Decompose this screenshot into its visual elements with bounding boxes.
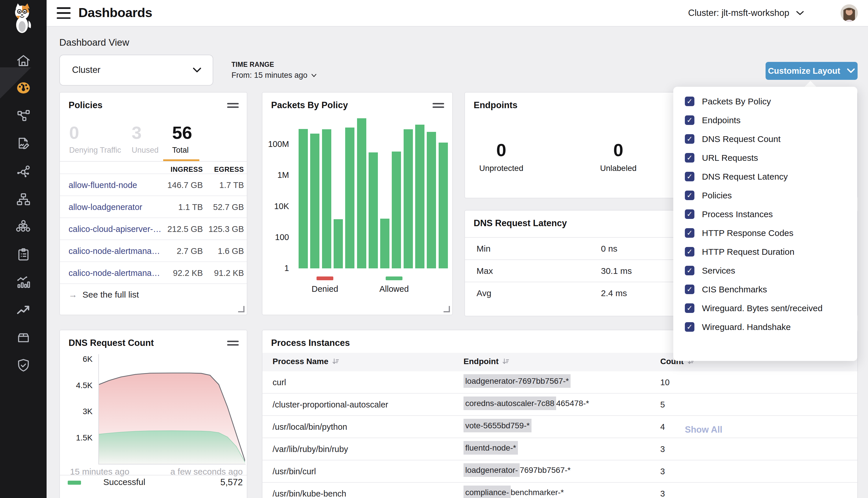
sort-icon (502, 358, 509, 365)
process-row: curl loadgenerator-7697bb7567-* 10 (262, 371, 857, 394)
allowed-bar[interactable] (357, 118, 366, 268)
policy-ingress: 92.2 KB (157, 268, 203, 278)
policy-link[interactable]: allow-loadgenerator (68, 202, 142, 212)
checkbox-checked-icon[interactable]: ✓ (685, 209, 695, 219)
stat-total[interactable]: 56 Total (172, 124, 192, 155)
stat-denying-traffic[interactable]: 0 Denying Traffic (69, 124, 121, 155)
process-name: /var/lib/ruby/bin/ruby (273, 445, 348, 454)
column-header-ingress: INGRESS (157, 166, 203, 173)
divider (60, 284, 247, 284)
y-tick-label: 4.5K (65, 381, 93, 390)
see-full-list-link[interactable]: → See the full list (68, 290, 139, 300)
menu-item-http-request-duration[interactable]: ✓HTTP Request Duration (673, 243, 857, 261)
checkbox-checked-icon[interactable]: ✓ (685, 228, 695, 238)
resize-handle[interactable] (443, 306, 450, 312)
denied-swatch (316, 276, 333, 280)
policy-row: calico-node-alertmana… 2.7 GB 1.6 GB (60, 239, 247, 261)
sidebar-item-home-icon[interactable] (15, 53, 31, 69)
menu-item-wireguard-bytes-sent-received[interactable]: ✓Wireguard. Bytes sent/received (673, 299, 857, 317)
dashboard-view-select[interactable]: Cluster (59, 55, 213, 86)
y-tick-label: 100M (262, 140, 289, 149)
show-all-link[interactable]: Show All (685, 424, 723, 435)
time-range-value[interactable]: From: 15 minutes ago (232, 71, 317, 80)
process-count: 3 (660, 489, 665, 498)
dashboard-view-value: Cluster (72, 65, 100, 75)
sidebar-item-shield-check-icon[interactable] (15, 357, 31, 374)
drag-handle-icon[interactable] (227, 103, 239, 110)
policy-ingress: 212.5 GB (157, 224, 203, 234)
checkbox-checked-icon[interactable]: ✓ (685, 285, 695, 294)
checkbox-checked-icon[interactable]: ✓ (685, 322, 695, 332)
menu-item-label: URL Requests (702, 153, 758, 163)
allowed-bar[interactable] (345, 128, 354, 268)
menu-item-wireguard-handshake[interactable]: ✓Wireguard. Handshake (673, 317, 857, 336)
sidebar-item-chart-stats-icon[interactable] (15, 274, 31, 290)
checkbox-checked-icon[interactable]: ✓ (685, 172, 695, 181)
sidebar-item-share-graph-icon[interactable] (15, 163, 31, 180)
allowed-bar[interactable] (322, 129, 331, 268)
column-header-endpoint[interactable]: Endpoint (464, 357, 509, 366)
menu-item-policies[interactable]: ✓Policies (673, 186, 857, 205)
latency-min-label: Min (477, 244, 490, 254)
menu-item-label: DNS Request Count (702, 134, 781, 144)
allowed-bar[interactable] (427, 132, 436, 268)
allowed-bar[interactable] (368, 153, 378, 268)
divider (60, 475, 247, 475)
y-tick-label: 1M (262, 170, 289, 180)
customize-layout-label: Customize Layout (768, 66, 840, 76)
allowed-bar[interactable] (299, 129, 308, 268)
allowed-bar[interactable] (310, 134, 320, 268)
allowed-bar[interactable] (404, 129, 413, 268)
allowed-bar[interactable] (380, 219, 389, 268)
policy-link[interactable]: calico-cloud-apiserver-… (68, 224, 161, 234)
column-header-process-name[interactable]: Process Name (273, 357, 339, 366)
checkbox-checked-icon[interactable]: ✓ (685, 153, 695, 162)
sidebar-item-gauge-icon[interactable] (15, 80, 31, 96)
sidebar-item-clipboard-icon[interactable] (15, 246, 31, 263)
sidebar-item-trend-up-icon[interactable] (15, 302, 31, 318)
resize-handle[interactable] (238, 306, 245, 312)
sidebar-item-nodes-icon[interactable] (15, 108, 31, 124)
menu-item-packets-by-policy[interactable]: ✓Packets By Policy (673, 92, 857, 111)
sidebar-item-sitemap-icon[interactable] (15, 191, 31, 207)
process-endpoint: loadgenerator-7697bb7567-* (464, 466, 571, 475)
hamburger-menu-icon[interactable] (57, 7, 70, 19)
allowed-bar[interactable] (439, 143, 448, 268)
drag-handle-icon[interactable] (227, 341, 239, 348)
chevron-down-icon (311, 74, 317, 78)
policy-link[interactable]: calico-node-alertmana… (68, 268, 160, 278)
policy-link[interactable]: allow-fluentd-node (68, 181, 137, 190)
sidebar-item-package-icon[interactable] (15, 329, 31, 345)
process-endpoint: coredns-autoscaler-7c88465478-* (464, 399, 589, 408)
allowed-bar[interactable] (334, 219, 343, 268)
cluster-switcher[interactable]: Cluster: jlt-msft-workshop (688, 8, 804, 18)
allowed-bar[interactable] (415, 124, 425, 268)
menu-item-services[interactable]: ✓Services (673, 261, 857, 280)
checkbox-checked-icon[interactable]: ✓ (685, 134, 695, 144)
checkbox-checked-icon[interactable]: ✓ (685, 191, 695, 200)
menu-item-process-instances[interactable]: ✓Process Instances (673, 205, 857, 224)
y-tick-label: 1 (262, 263, 289, 273)
menu-item-label: Process Instances (702, 209, 773, 219)
user-avatar[interactable] (841, 4, 858, 22)
menu-item-url-requests[interactable]: ✓URL Requests (673, 148, 857, 167)
sidebar-item-circles-cluster-icon[interactable] (15, 219, 31, 235)
checkbox-checked-icon[interactable]: ✓ (685, 266, 695, 275)
policy-link[interactable]: calico-node-alertmana… (68, 246, 160, 256)
checkbox-checked-icon[interactable]: ✓ (685, 247, 695, 257)
stat-unused[interactable]: 3 Unused (132, 124, 158, 155)
checkbox-checked-icon[interactable]: ✓ (685, 115, 695, 125)
menu-item-dns-request-count[interactable]: ✓DNS Request Count (673, 130, 857, 148)
menu-item-dns-request-latency[interactable]: ✓DNS Request Latency (673, 167, 857, 186)
menu-item-cis-benchmarks[interactable]: ✓CIS Benchmarks (673, 280, 857, 299)
calico-cat-logo (7, 2, 39, 34)
allowed-bar[interactable] (392, 152, 401, 268)
customize-layout-button[interactable]: Customize Layout (766, 62, 858, 80)
menu-item-http-response-codes[interactable]: ✓HTTP Response Codes (673, 224, 857, 243)
menu-item-endpoints[interactable]: ✓Endpoints (673, 111, 857, 130)
checkbox-checked-icon[interactable]: ✓ (685, 303, 695, 313)
sidebar-item-document-edit-icon[interactable] (15, 135, 31, 151)
checkbox-checked-icon[interactable]: ✓ (685, 96, 695, 106)
card-title: Process Instances (271, 338, 350, 348)
process-count: 5 (660, 400, 665, 409)
